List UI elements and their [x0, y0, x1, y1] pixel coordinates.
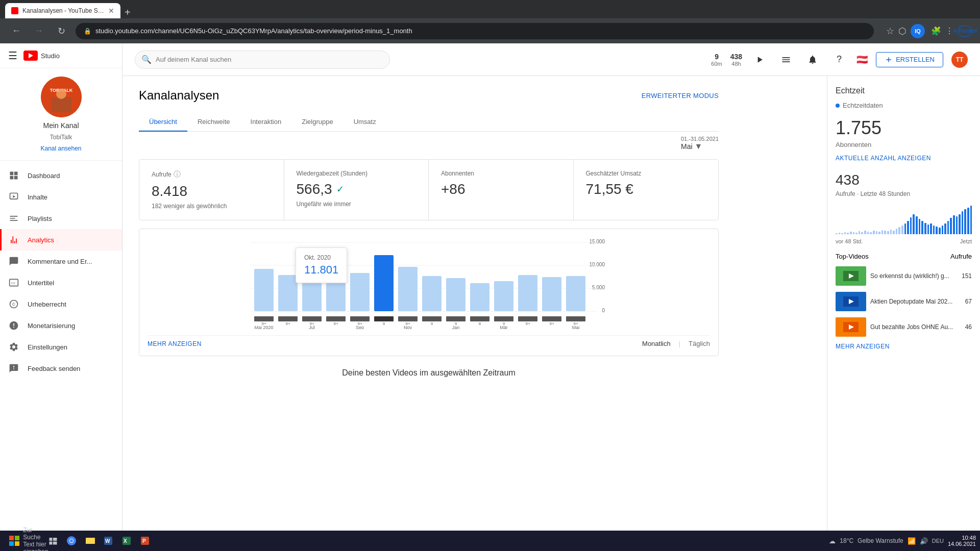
tab-zielgruppe[interactable]: Zielgruppe — [291, 113, 343, 132]
taskbar-time-display: 10:48 14.06.2021 — [948, 535, 976, 547]
svg-point-79 — [70, 539, 73, 542]
channel-view-link[interactable]: Kanal ansehen — [40, 145, 81, 152]
mini-bar — [947, 221, 949, 234]
help-btn[interactable]: ? — [830, 51, 848, 69]
forward-button[interactable]: → — [31, 23, 47, 39]
sidebar-item-monetarisierung[interactable]: Monetarisierung — [0, 315, 122, 336]
video-thumb-2 — [836, 292, 866, 311]
profile-icon[interactable]: IQ — [911, 24, 925, 38]
hamburger-icon[interactable]: ☰ — [8, 49, 17, 62]
mini-bar — [924, 223, 926, 234]
svg-text:Jan: Jan — [452, 325, 460, 329]
erweiterter-modus-button[interactable]: ERWEITERTER MODUS — [642, 92, 719, 99]
notifications-btn[interactable] — [803, 51, 822, 69]
tab-uebersicht[interactable]: Übersicht — [139, 113, 187, 132]
taskbar-task-view[interactable] — [45, 533, 61, 549]
user-avatar[interactable]: TT — [951, 52, 968, 68]
windows-logo-icon — [9, 536, 19, 546]
extensions-icon[interactable]: ⬡ — [898, 26, 906, 37]
aufrufe-info-icon[interactable]: ⓘ — [174, 170, 181, 179]
mehr-anzeigen-link[interactable]: MEHR ANZEIGEN — [836, 343, 972, 350]
pause-button[interactable]: ⏸ Pausiert — [958, 26, 972, 37]
search-box[interactable]: 🔍 — [135, 51, 390, 69]
avatar[interactable]: TOBITALK — [41, 77, 82, 117]
svg-text:9+: 9+ — [549, 321, 554, 326]
stat-438-label: 48h — [731, 61, 741, 67]
search-input[interactable] — [156, 56, 383, 63]
windows-start-button[interactable] — [4, 533, 24, 549]
taskbar-word[interactable]: W — [100, 533, 116, 549]
aktuelle-anzahl-button[interactable]: AKTUELLE ANZAHL ANZEIGEN — [836, 155, 972, 162]
sidebar-item-untertitel[interactable]: CC Untertitel — [0, 272, 122, 293]
create-button[interactable]: ERSTELLEN — [876, 52, 943, 67]
taskbar: Zur Suche Text hier eingeben W X P ☁ 18°… — [0, 531, 980, 551]
video-item-3[interactable]: Gut bezahlte Jobs OHNE Au... 46 — [836, 317, 972, 337]
new-tab-button[interactable]: + — [120, 7, 135, 18]
channel-name: Mein Kanal — [43, 121, 79, 130]
mini-bar — [956, 216, 958, 234]
taskbar-search-button[interactable]: Zur Suche Text hier eingeben — [27, 533, 43, 549]
tab-umsatz[interactable]: Umsatz — [344, 113, 386, 132]
toggle-taeglich[interactable]: Täglich — [689, 340, 710, 347]
mini-bar — [962, 211, 964, 234]
sidebar-item-dashboard[interactable]: Dashboard — [0, 165, 122, 186]
dashboard-label: Dashboard — [28, 172, 60, 180]
svg-marker-5 — [13, 195, 15, 198]
video-info-2: Aktien Depotupdate Mai 202... — [870, 297, 961, 306]
sidebar-item-analytics[interactable]: Analytics — [0, 229, 122, 251]
lock-icon: 🔒 — [84, 28, 91, 35]
active-tab[interactable]: Kanalanalysen - YouTube Studio ✕ — [5, 3, 120, 18]
taskbar-chrome[interactable] — [63, 533, 80, 549]
mini-bar — [907, 221, 909, 234]
stat-card-wiedergabe: Wiedergabezeit (Stunden) 566,3 ✓ Ungefäh… — [284, 160, 429, 220]
sidebar-item-einstellungen[interactable]: Einstellungen — [0, 336, 122, 358]
kommentare-icon — [8, 256, 19, 267]
temp-label: 18°C — [840, 537, 853, 544]
extensions-puzzle-icon[interactable]: 🧩 — [931, 26, 941, 36]
close-tab-icon[interactable]: ✕ — [108, 7, 114, 15]
svg-text:Mai 2020: Mai 2020 — [254, 325, 273, 329]
url-text: studio.youtube.com/channel/UC6N5u-OiGz_u… — [95, 27, 412, 35]
video-item-1[interactable]: So erkennst du (wirklich!) g... 151 — [836, 266, 972, 286]
playlists-icon — [8, 213, 19, 224]
sidebar-item-feedback[interactable]: Feedback senden — [0, 358, 122, 379]
video-info-3: Gut bezahlte Jobs OHNE Au... — [870, 323, 961, 332]
reload-button[interactable]: ↻ — [53, 23, 69, 39]
sidebar-item-kommentare[interactable]: Kommentare und Er... — [0, 251, 122, 272]
mini-bar — [942, 226, 944, 234]
svg-rect-49 — [494, 316, 513, 321]
bookmark-icon[interactable]: ☆ — [886, 26, 894, 37]
inhalte-label: Inhalte — [28, 193, 47, 201]
mini-bar — [939, 228, 941, 234]
date-range[interactable]: 01.-31.05.2021 Mai ▼ — [681, 136, 719, 151]
mehr-anzeigen-button[interactable]: MEHR ANZEIGEN — [148, 340, 202, 347]
back-button[interactable]: ← — [8, 23, 24, 39]
sidebar-item-playlists[interactable]: Playlists — [0, 208, 122, 229]
chart-container: Okt. 2020 11.801 15.000 10.000 5.000 0 — [148, 237, 710, 329]
sidebar-item-inhalte[interactable]: Inhalte — [0, 186, 122, 208]
svg-rect-52 — [518, 316, 537, 321]
video-item-2[interactable]: Aktien Depotupdate Mai 202... 67 — [836, 292, 972, 311]
play-btn[interactable] — [750, 51, 769, 69]
url-bar[interactable]: 🔒 studio.youtube.com/channel/UC6N5u-OiGz… — [76, 23, 874, 39]
svg-rect-22 — [278, 316, 298, 321]
tab-reichweite[interactable]: Reichweite — [187, 113, 240, 132]
sidebar-item-urheberrecht[interactable]: © Urheberrecht — [0, 293, 122, 315]
weather-icon: ☁ — [829, 537, 836, 545]
channel-handle: TobiTalk — [50, 134, 72, 141]
menu-btn[interactable] — [777, 51, 795, 69]
taskbar-powerpoint[interactable]: P — [137, 533, 153, 549]
mini-bar — [964, 209, 966, 234]
taskbar-explorer[interactable] — [82, 533, 98, 549]
channel-info: TOBITALK Mein Kanal TobiTalk Kanal anseh… — [0, 68, 122, 161]
search-icon: 🔍 — [141, 55, 152, 64]
chart-right-label: Jetzt — [960, 238, 972, 244]
svg-rect-48 — [494, 281, 513, 311]
video-thumb-1 — [836, 266, 866, 286]
flag-icon: 🇦🇹 — [856, 54, 868, 65]
date-range-value[interactable]: Mai ▼ — [681, 142, 719, 151]
taskbar-excel[interactable]: X — [118, 533, 135, 549]
tab-interaktion[interactable]: Interaktion — [240, 113, 292, 132]
language-label: DEU — [932, 538, 944, 544]
toggle-monatlich[interactable]: Monatlich — [642, 340, 671, 347]
